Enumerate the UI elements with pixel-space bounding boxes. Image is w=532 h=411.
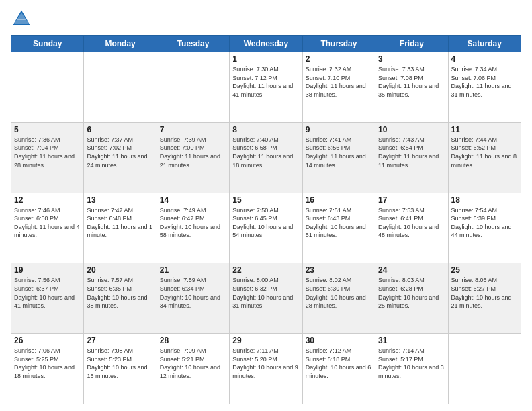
day-number: 1 bbox=[232, 54, 299, 64]
day-number: 24 bbox=[378, 265, 445, 275]
day-info: Sunrise: 7:49 AM Sunset: 6:47 PM Dayligh… bbox=[160, 206, 226, 240]
weekday-header-row: SundayMondayTuesdayWednesdayThursdayFrid… bbox=[11, 36, 521, 52]
day-info: Sunrise: 8:03 AM Sunset: 6:28 PM Dayligh… bbox=[378, 276, 445, 310]
day-number: 15 bbox=[232, 195, 299, 205]
calendar-cell: 8Sunrise: 7:40 AM Sunset: 6:58 PM Daylig… bbox=[230, 122, 302, 193]
day-number: 14 bbox=[160, 195, 226, 205]
day-number: 19 bbox=[14, 265, 81, 275]
day-number: 22 bbox=[232, 265, 299, 275]
day-number: 6 bbox=[87, 125, 153, 134]
day-info: Sunrise: 7:11 AM Sunset: 5:20 PM Dayligh… bbox=[232, 347, 299, 380]
day-info: Sunrise: 7:06 AM Sunset: 5:25 PM Dayligh… bbox=[14, 347, 81, 380]
calendar-cell: 12Sunrise: 7:46 AM Sunset: 6:50 PM Dayli… bbox=[11, 193, 84, 263]
day-info: Sunrise: 7:36 AM Sunset: 7:04 PM Dayligh… bbox=[14, 136, 81, 169]
day-info: Sunrise: 7:08 AM Sunset: 5:23 PM Dayligh… bbox=[87, 347, 153, 380]
calendar-cell: 22Sunrise: 8:00 AM Sunset: 6:32 PM Dayli… bbox=[230, 263, 302, 334]
calendar-cell: 30Sunrise: 7:12 AM Sunset: 5:18 PM Dayli… bbox=[302, 334, 375, 404]
logo-icon bbox=[11, 8, 32, 30]
day-number: 12 bbox=[14, 195, 81, 205]
calendar-cell: 1Sunrise: 7:30 AM Sunset: 7:12 PM Daylig… bbox=[230, 52, 302, 123]
day-info: Sunrise: 7:57 AM Sunset: 6:35 PM Dayligh… bbox=[87, 276, 153, 310]
calendar-cell: 10Sunrise: 7:43 AM Sunset: 6:54 PM Dayli… bbox=[375, 122, 448, 193]
calendar-cell: 25Sunrise: 8:05 AM Sunset: 6:27 PM Dayli… bbox=[448, 263, 521, 334]
day-number: 2 bbox=[306, 54, 372, 64]
svg-marker-1 bbox=[14, 13, 28, 24]
calendar-cell bbox=[448, 334, 521, 404]
day-number: 11 bbox=[451, 125, 518, 134]
day-info: Sunrise: 7:50 AM Sunset: 6:45 PM Dayligh… bbox=[232, 206, 299, 240]
day-info: Sunrise: 7:59 AM Sunset: 6:34 PM Dayligh… bbox=[160, 276, 226, 310]
weekday-header-saturday: Saturday bbox=[448, 36, 521, 52]
day-info: Sunrise: 7:34 AM Sunset: 7:06 PM Dayligh… bbox=[451, 65, 518, 99]
day-info: Sunrise: 7:32 AM Sunset: 7:10 PM Dayligh… bbox=[306, 65, 372, 99]
weekday-header-friday: Friday bbox=[375, 36, 448, 52]
calendar-cell: 2Sunrise: 7:32 AM Sunset: 7:10 PM Daylig… bbox=[302, 52, 375, 123]
day-number: 31 bbox=[378, 336, 445, 345]
day-info: Sunrise: 7:47 AM Sunset: 6:48 PM Dayligh… bbox=[87, 206, 153, 240]
page: SundayMondayTuesdayWednesdayThursdayFrid… bbox=[0, 0, 532, 411]
day-number: 16 bbox=[306, 195, 372, 205]
day-number: 17 bbox=[378, 195, 445, 205]
day-number: 13 bbox=[87, 195, 153, 205]
day-info: Sunrise: 7:53 AM Sunset: 6:41 PM Dayligh… bbox=[378, 206, 445, 240]
day-number: 29 bbox=[232, 336, 299, 345]
day-number: 8 bbox=[232, 125, 299, 134]
day-number: 21 bbox=[160, 265, 226, 275]
weekday-header-monday: Monday bbox=[84, 36, 157, 52]
calendar-cell: 20Sunrise: 7:57 AM Sunset: 6:35 PM Dayli… bbox=[84, 263, 157, 334]
calendar-cell bbox=[157, 52, 229, 123]
calendar-cell: 29Sunrise: 7:11 AM Sunset: 5:20 PM Dayli… bbox=[230, 334, 302, 404]
calendar-week-row-2: 5Sunrise: 7:36 AM Sunset: 7:04 PM Daylig… bbox=[11, 122, 521, 193]
calendar-cell: 23Sunrise: 8:02 AM Sunset: 6:30 PM Dayli… bbox=[302, 263, 375, 334]
day-number: 3 bbox=[378, 54, 445, 64]
calendar-cell: 4Sunrise: 7:34 AM Sunset: 7:06 PM Daylig… bbox=[448, 52, 521, 123]
calendar-cell bbox=[84, 52, 157, 123]
day-number: 20 bbox=[87, 265, 153, 275]
calendar-cell: 15Sunrise: 7:50 AM Sunset: 6:45 PM Dayli… bbox=[230, 193, 302, 263]
day-number: 25 bbox=[451, 265, 518, 275]
day-number: 26 bbox=[14, 336, 81, 345]
weekday-header-wednesday: Wednesday bbox=[230, 36, 302, 52]
day-info: Sunrise: 7:51 AM Sunset: 6:43 PM Dayligh… bbox=[306, 206, 372, 240]
day-number: 27 bbox=[87, 336, 153, 345]
day-number: 30 bbox=[306, 336, 372, 345]
weekday-header-sunday: Sunday bbox=[11, 36, 84, 52]
calendar-cell: 6Sunrise: 7:37 AM Sunset: 7:02 PM Daylig… bbox=[84, 122, 157, 193]
day-number: 28 bbox=[160, 336, 226, 345]
calendar-cell: 24Sunrise: 8:03 AM Sunset: 6:28 PM Dayli… bbox=[375, 263, 448, 334]
calendar-cell: 16Sunrise: 7:51 AM Sunset: 6:43 PM Dayli… bbox=[302, 193, 375, 263]
calendar-week-row-4: 19Sunrise: 7:56 AM Sunset: 6:37 PM Dayli… bbox=[11, 263, 521, 334]
svg-rect-2 bbox=[17, 19, 26, 20]
calendar-cell: 27Sunrise: 7:08 AM Sunset: 5:23 PM Dayli… bbox=[84, 334, 157, 404]
calendar-cell: 18Sunrise: 7:54 AM Sunset: 6:39 PM Dayli… bbox=[448, 193, 521, 263]
calendar-week-row-3: 12Sunrise: 7:46 AM Sunset: 6:50 PM Dayli… bbox=[11, 193, 521, 263]
day-info: Sunrise: 8:02 AM Sunset: 6:30 PM Dayligh… bbox=[306, 276, 372, 310]
calendar-cell: 3Sunrise: 7:33 AM Sunset: 7:08 PM Daylig… bbox=[375, 52, 448, 123]
day-info: Sunrise: 7:14 AM Sunset: 5:17 PM Dayligh… bbox=[378, 347, 445, 380]
calendar-week-row-5: 26Sunrise: 7:06 AM Sunset: 5:25 PM Dayli… bbox=[11, 334, 521, 404]
day-info: Sunrise: 7:41 AM Sunset: 6:56 PM Dayligh… bbox=[306, 136, 372, 169]
day-number: 23 bbox=[306, 265, 372, 275]
day-number: 9 bbox=[306, 125, 372, 134]
day-info: Sunrise: 7:12 AM Sunset: 5:18 PM Dayligh… bbox=[306, 347, 372, 380]
calendar-cell: 9Sunrise: 7:41 AM Sunset: 6:56 PM Daylig… bbox=[302, 122, 375, 193]
weekday-header-thursday: Thursday bbox=[302, 36, 375, 52]
day-info: Sunrise: 7:40 AM Sunset: 6:58 PM Dayligh… bbox=[232, 136, 299, 169]
calendar-cell: 21Sunrise: 7:59 AM Sunset: 6:34 PM Dayli… bbox=[157, 263, 229, 334]
day-number: 18 bbox=[451, 195, 518, 205]
day-number: 10 bbox=[378, 125, 445, 134]
calendar-cell: 19Sunrise: 7:56 AM Sunset: 6:37 PM Dayli… bbox=[11, 263, 84, 334]
logo bbox=[11, 8, 35, 30]
calendar-cell: 5Sunrise: 7:36 AM Sunset: 7:04 PM Daylig… bbox=[11, 122, 84, 193]
day-info: Sunrise: 7:09 AM Sunset: 5:21 PM Dayligh… bbox=[160, 347, 226, 380]
day-info: Sunrise: 7:56 AM Sunset: 6:37 PM Dayligh… bbox=[14, 276, 81, 310]
day-info: Sunrise: 7:33 AM Sunset: 7:08 PM Dayligh… bbox=[378, 65, 445, 99]
day-info: Sunrise: 7:46 AM Sunset: 6:50 PM Dayligh… bbox=[14, 206, 81, 240]
day-number: 7 bbox=[160, 125, 226, 134]
calendar-cell: 7Sunrise: 7:39 AM Sunset: 7:00 PM Daylig… bbox=[157, 122, 229, 193]
calendar-week-row-1: 1Sunrise: 7:30 AM Sunset: 7:12 PM Daylig… bbox=[11, 52, 521, 123]
calendar-cell: 13Sunrise: 7:47 AM Sunset: 6:48 PM Dayli… bbox=[84, 193, 157, 263]
day-info: Sunrise: 7:30 AM Sunset: 7:12 PM Dayligh… bbox=[232, 65, 299, 99]
day-info: Sunrise: 7:44 AM Sunset: 6:52 PM Dayligh… bbox=[451, 136, 518, 169]
header bbox=[11, 8, 521, 30]
